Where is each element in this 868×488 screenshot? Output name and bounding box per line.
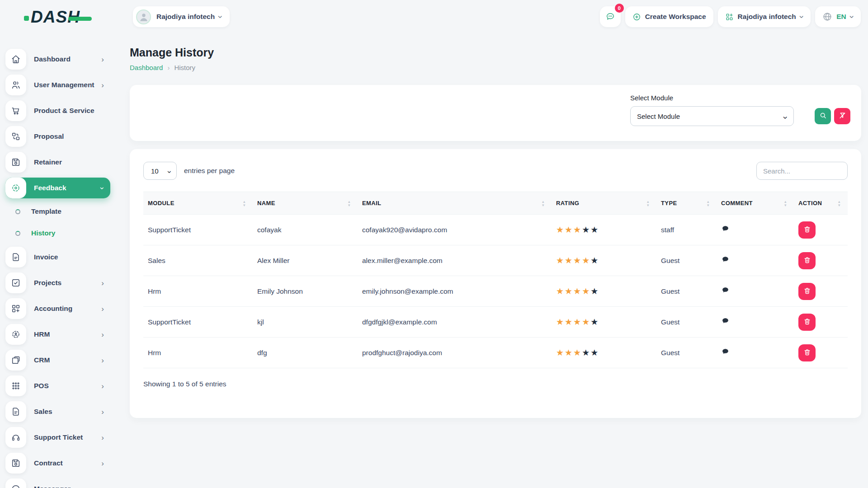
sidebar-item-projects[interactable]: Projects› (5, 272, 110, 293)
chevron-right-icon: › (101, 460, 104, 467)
email-cell: emily.johnson@example.com (358, 276, 552, 307)
clear-filter-icon (839, 112, 846, 121)
type-cell: Guest (656, 338, 717, 368)
messages-button[interactable]: 0 (600, 6, 621, 27)
feedback-icon (5, 178, 26, 198)
table-footer-status: Showing 1 to 5 of 5 entries (143, 380, 848, 388)
history-table: MODULE▴▾NAME▴▾EMAIL▴▾RATING▴▾TYPE▴▾COMME… (143, 192, 848, 368)
sidebar-item-user-management[interactable]: User Management› (5, 75, 110, 95)
crm-icon (5, 350, 26, 371)
rating-stars: ★★★★★ (556, 256, 599, 265)
star-icon: ★ (556, 286, 565, 296)
star-icon: ★ (565, 225, 573, 235)
star-icon: ★ (582, 317, 590, 327)
search-button[interactable] (815, 108, 831, 124)
delete-button[interactable] (798, 283, 816, 300)
type-cell: Guest (656, 245, 717, 276)
sidebar-subitem-template[interactable]: Template (15, 203, 110, 220)
trash-icon (803, 318, 811, 327)
sidebar-item-pos[interactable]: POS› (5, 375, 110, 396)
sidebar-item-product-service[interactable]: Product & Service (5, 100, 110, 121)
page-size-value: 10 (151, 167, 159, 175)
chevron-down-icon: › (99, 187, 107, 189)
sort-icons: ▴▾ (542, 200, 544, 207)
delete-button[interactable] (798, 221, 816, 239)
chevron-right-icon: › (101, 434, 104, 441)
sidebar-item-hrm[interactable]: HRM› (5, 324, 110, 345)
sidebar-item-retainer[interactable]: Retainer (5, 152, 110, 173)
column-header-name[interactable]: NAME▴▾ (253, 192, 358, 215)
company-selector[interactable]: Rajodiya infotech › (718, 6, 811, 27)
sort-icons: ▴▾ (838, 200, 840, 207)
module-cell: Hrm (143, 276, 253, 307)
create-workspace-label: Create Workspace (645, 13, 706, 21)
chevron-right-icon: › (101, 408, 104, 416)
name-cell: Emily Johnson (253, 276, 358, 307)
workspace-selector[interactable]: Rajodiya infotech › (133, 6, 230, 27)
table-row: HrmEmily Johnsonemily.johnson@example.co… (143, 276, 848, 307)
delete-button[interactable] (798, 344, 816, 361)
module-select[interactable]: Select Module › (630, 106, 794, 126)
page-size-select[interactable]: 10 › (143, 162, 177, 180)
name-cell: Alex Miller (253, 245, 358, 276)
clear-filter-button[interactable] (834, 108, 850, 124)
breadcrumb-dashboard-link[interactable]: Dashboard (130, 64, 163, 71)
logo-dot-icon (24, 16, 29, 21)
app-logo[interactable]: DASH (0, 8, 116, 27)
column-header-email[interactable]: EMAIL▴▾ (358, 192, 552, 215)
headset-icon (5, 427, 26, 448)
grid-plus-icon (725, 13, 734, 21)
comment-icon[interactable] (721, 225, 730, 233)
delete-button[interactable] (798, 314, 816, 331)
star-icon: ★ (590, 225, 599, 235)
comment-icon[interactable] (721, 286, 730, 295)
column-header-module[interactable]: MODULE▴▾ (143, 192, 253, 215)
create-workspace-button[interactable]: Create Workspace (625, 6, 713, 27)
sidebar-item-contract[interactable]: Contract› (5, 453, 110, 474)
column-header-type[interactable]: TYPE▴▾ (656, 192, 717, 215)
table-search-input[interactable] (756, 162, 848, 180)
column-header-rating[interactable]: RATING▴▾ (552, 192, 656, 215)
ring-icon (15, 231, 20, 236)
star-icon: ★ (582, 348, 590, 357)
chevron-down-icon: › (797, 15, 806, 18)
delete-button[interactable] (798, 252, 816, 269)
email-cell: cofayak920@avidapro.com (358, 215, 552, 245)
sidebar-item-proposal[interactable]: Proposal (5, 126, 110, 147)
ring-icon (15, 209, 20, 214)
comment-icon[interactable] (721, 317, 730, 325)
cart-icon (5, 100, 26, 121)
save-icon (5, 152, 26, 173)
star-icon: ★ (573, 348, 582, 357)
comment-icon[interactable] (721, 347, 730, 356)
module-cell: SupportTicket (143, 307, 253, 338)
entries-per-page-label: entries per page (184, 167, 235, 175)
sidebar-item-dashboard[interactable]: Dashboard› (5, 49, 110, 70)
column-header-action[interactable]: ACTION▴▾ (794, 192, 848, 215)
sidebar-subitem-history[interactable]: History (15, 225, 110, 241)
sidebar-item-messenger[interactable]: Messenger (5, 479, 110, 488)
sidebar-item-support-ticket[interactable]: Support Ticket› (5, 427, 110, 448)
trash-icon (803, 348, 811, 357)
hrm-icon (5, 324, 26, 345)
sidebar-item-invoice[interactable]: Invoice (5, 247, 110, 267)
module-cell: SupportTicket (143, 215, 253, 245)
logo-bar-icon (68, 17, 92, 21)
sidebar-item-accounting[interactable]: Accounting› (5, 298, 110, 319)
chevron-down-icon: › (848, 15, 856, 18)
search-icon (819, 112, 827, 121)
chat-bubble-icon (605, 12, 615, 22)
column-header-comment[interactable]: COMMENT▴▾ (717, 192, 794, 215)
comment-icon[interactable] (721, 255, 730, 264)
proposal-icon (5, 126, 26, 147)
messages-badge: 0 (615, 4, 624, 13)
sidebar-item-feedback[interactable]: Feedback› (5, 178, 110, 198)
select-module-label: Select Module (630, 94, 850, 102)
sidebar-item-sales[interactable]: Sales› (5, 401, 110, 422)
rating-stars: ★★★★★ (556, 317, 599, 327)
sidebar-item-crm[interactable]: CRM› (5, 350, 110, 371)
language-selector[interactable]: EN › (815, 6, 861, 27)
module-cell: Sales (143, 245, 253, 276)
chevron-right-icon: › (101, 331, 104, 338)
page-title: Manage History (130, 46, 861, 59)
